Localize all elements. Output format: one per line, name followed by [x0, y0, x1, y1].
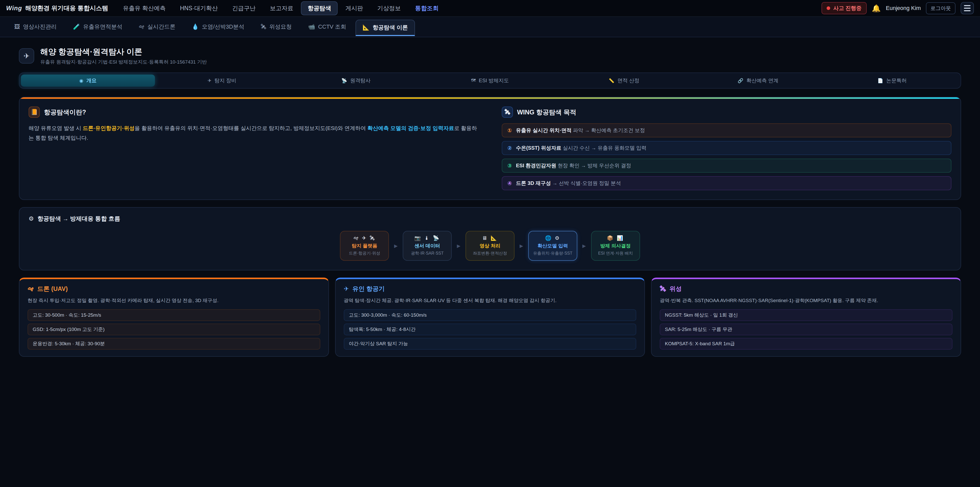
notifications-bell-icon[interactable]: 🔔: [872, 4, 881, 13]
top-navbar: Wing 해양환경 위기대응 통합시스템 유출유 확산예측 HNS·대기확산 긴…: [0, 0, 980, 17]
flow-step-sensor-data: 📷 🌡 📡 센서 데이터 광학·IR·SAR·SST: [403, 231, 452, 261]
drone-icon: 🛩: [138, 24, 144, 30]
antenna-icon: 📡: [342, 78, 347, 83]
platform-icons: 🛩 ✈ 🛰: [343, 235, 386, 241]
page-header: ✈ 해양 항공탐색·원격탐사 이론 유출유 원격탐지·항공감시 기법·ESI 방…: [19, 46, 961, 65]
user-name: Eunjeong Kim: [886, 5, 921, 11]
arrow-right-icon: ▶: [582, 243, 586, 249]
subnav-item-pollution-ship-3d[interactable]: 💧 오염/선박3D분석: [185, 19, 251, 35]
satellite-icon: 🛰: [660, 285, 666, 292]
tab-area-calculation[interactable]: 📏 면적 산정: [557, 75, 691, 86]
nav-item-spill-prediction[interactable]: 유출유 확산예측: [116, 1, 172, 15]
aircraft-card-title-row: ✈ 유인 항공기: [344, 285, 636, 293]
subnav-label: 실시간드론: [147, 23, 175, 30]
drone-card-title: 드론 (UAV): [37, 285, 68, 293]
tab-label: 개요: [86, 77, 97, 84]
nav-item-integrated-search[interactable]: 통합조회: [408, 1, 445, 15]
subnav-item-oil-area-analysis[interactable]: 🧪 유출유면적분석: [66, 19, 129, 35]
tab-prediction-link[interactable]: 🔗 확산예측 연계: [691, 75, 825, 86]
subnav-item-image-photo-management[interactable]: 🖼 영상사진관리: [7, 19, 64, 35]
gear-icon: ⚙: [29, 215, 34, 222]
page-title: 해양 항공탐색·원격탐사 이론: [40, 46, 207, 57]
flow-title: 항공탐색 → 방제대응 통합 흐름: [38, 215, 121, 223]
droplet-icon: 💧: [192, 24, 199, 30]
integrated-flow-panel: ⚙ 항공탐색 → 방제대응 통합 흐름 🛩 ✈ 🛰 탐지 플랫폼 드론·항공기·…: [19, 207, 961, 270]
tab-label: ESI 방제지도: [479, 77, 509, 84]
logout-button[interactable]: 로그아웃: [926, 2, 956, 14]
subnav-label: 영상사진관리: [23, 23, 57, 30]
model-icons: 🌐 ⚙: [531, 235, 574, 241]
nav-item-hns-diffusion[interactable]: HNS·대기확산: [173, 1, 224, 15]
overview-highlight-platforms: 드론·유인항공기·위성: [83, 125, 135, 131]
spec-row: 고도: 30-500m · 속도: 15-25m/s: [27, 309, 320, 321]
arrow-right-icon: ▶: [457, 243, 460, 249]
subnav-item-realtime-drone[interactable]: 🛩 실시간드론: [131, 19, 183, 35]
tab-papers-patents[interactable]: 📄 논문특허: [825, 75, 959, 86]
wing-logo-icon: Wing: [6, 5, 22, 12]
ruler-icon: 📏: [609, 78, 614, 83]
section-tab-bar: ◉ 개요 ✈ 탐지 장비 📡 원격탐사 🗺 ESI 방제지도 📏 면적 산정 🔗…: [19, 72, 961, 89]
manned-aircraft-card: ✈ 유인 항공기 광역 탐색·장시간 체공. 광학·IR·SAR·SLAR·UV…: [335, 278, 645, 357]
satellite-icon: 🛰: [261, 24, 266, 30]
tab-label: 탐지 장비: [215, 77, 236, 84]
nav-item-emergency-rescue[interactable]: 긴급구난: [225, 1, 262, 15]
what-is-aerial-search-column: 📙 항공탐색이란? 해양 유류오염 발생 시 드론·유인항공기·위성을 활용하여…: [29, 107, 478, 190]
incident-dot-icon: [827, 6, 830, 10]
incident-status-badge[interactable]: 사고 진행중: [821, 2, 867, 14]
nav-item-board[interactable]: 게시판: [339, 1, 369, 15]
document-icon: 📄: [877, 78, 883, 83]
tab-overview[interactable]: ◉ 개요: [21, 75, 155, 86]
subnav-item-aerial-search-theory[interactable]: 📐 항공탐색 이론: [355, 20, 415, 36]
subnav-label: 위성요청: [269, 23, 292, 30]
app-title: 해양환경 위기대응 통합시스템: [25, 4, 108, 12]
nav-item-reports[interactable]: 보고자료: [263, 1, 300, 15]
what-is-title: 항공탐색이란?: [44, 108, 86, 117]
purpose-title: WING 항공탐색 목적: [517, 108, 576, 117]
purpose-title-row: 🛰 WING 항공탐색 목적: [502, 107, 951, 118]
navbar-right: 사고 진행중 🔔 Eunjeong Kim 로그아웃: [821, 2, 974, 14]
satellite-card-title-row: 🛰 위성: [660, 285, 953, 293]
satellite-card: 🛰 위성 광역·반복 관측. SST(NOAA AVHRR·NGSST)·SAR…: [651, 278, 961, 357]
subnav-label: 항공탐색 이론: [372, 24, 408, 31]
flow-title-row: ⚙ 항공탐색 → 방제대응 통합 흐름: [29, 215, 951, 223]
airplane-icon: ✈: [344, 285, 349, 292]
spec-row: KOMPSAT-5: X-band SAR 1m급: [660, 338, 953, 350]
sub-navbar: 🖼 영상사진관리 🧪 유출유면적분석 🛩 실시간드론 💧 오염/선박3D분석 🛰…: [0, 17, 980, 37]
spec-row: GSD: 1-5cm/px (100m 고도 기준): [27, 324, 320, 335]
spec-row: 운용반경: 5-30km · 체공: 30-90분: [27, 338, 320, 350]
link-icon: 🔗: [738, 78, 743, 83]
subnav-item-satellite-request[interactable]: 🛰 위성요청: [253, 19, 299, 35]
tab-detection-equipment[interactable]: ✈ 탐지 장비: [155, 75, 289, 86]
flow-step-response-decision: 📦 📊 방제 의사결정 ESI 연계·자원 배치: [591, 231, 640, 261]
camera-icon: 📹: [308, 24, 315, 30]
nav-item-weather[interactable]: 기상정보: [371, 1, 407, 15]
incident-badge-label: 사고 진행중: [833, 5, 862, 12]
overview-highlight-model-input: 확산예측 모델의 검증·보정 입력자료: [368, 125, 454, 131]
main-nav: 유출유 확산예측 HNS·대기확산 긴급구난 보고자료 항공탐색 게시판 기상정…: [116, 1, 445, 15]
flow-diagram: 🛩 ✈ 🛰 탐지 플랫폼 드론·항공기·위성 ▶ 📷 🌡 📡 센서 데이터 광학…: [29, 231, 951, 261]
aircraft-card-title: 유인 항공기: [352, 285, 385, 293]
book-icon: 📙: [29, 107, 40, 118]
arrow-right-icon: ▶: [520, 243, 523, 249]
nav-item-aerial-search[interactable]: 항공탐색: [301, 1, 338, 15]
subnav-label: 오염/선박3D분석: [202, 23, 244, 30]
map-icon: 🗺: [471, 78, 476, 83]
drone-icon: 🛩: [27, 285, 34, 292]
subnav-label: CCTV 조회: [318, 23, 346, 30]
purpose-number: ①: [508, 128, 512, 134]
app-logo[interactable]: Wing 해양환경 위기대응 통합시스템: [6, 4, 108, 12]
tab-esi-map[interactable]: 🗺 ESI 방제지도: [423, 75, 557, 86]
tab-label: 면적 산정: [617, 77, 640, 84]
purpose-item: ④ 드론 3D 재구성 → 선박 식별·오염원 정밀 분석: [502, 176, 951, 190]
spec-row: 야간·악기상 SAR 탐지 가능: [344, 338, 636, 350]
subnav-item-cctv[interactable]: 📹 CCTV 조회: [301, 19, 353, 35]
processing-icons: 🖥 📐: [469, 235, 511, 241]
ruler-chart-icon: 📐: [363, 24, 369, 31]
satellite-card-desc: 광역·반복 관측. SST(NOAA AVHRR·NGSST)·SAR(Sent…: [660, 297, 953, 305]
menu-hamburger-button[interactable]: [961, 2, 974, 14]
flow-step-detection-platform: 🛩 ✈ 🛰 탐지 플랫폼 드론·항공기·위성: [340, 231, 389, 261]
purpose-number: ③: [508, 163, 512, 169]
drone-card: 🛩 드론 (UAV) 현장 즉시 투입·저고도 정밀 촬영. 광학·적외선 카메…: [19, 278, 329, 357]
tab-remote-sensing[interactable]: 📡 원격탐사: [289, 75, 423, 86]
flow-step-model-input: 🌐 ⚙ 확산모델 입력 유출위치·유출량·SST: [528, 231, 577, 261]
